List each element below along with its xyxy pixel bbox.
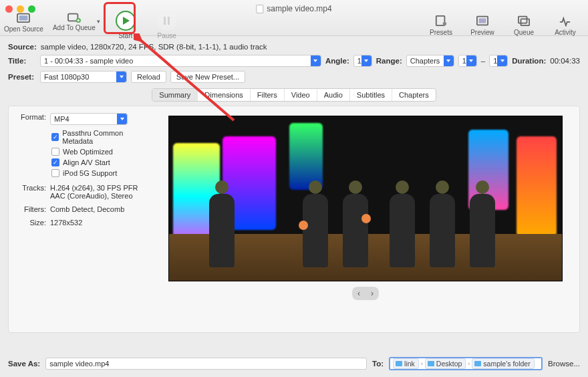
checkbox-icon <box>51 158 59 166</box>
tracks-value-2: AAC (CoreAudio), Stereo <box>50 192 138 200</box>
browse-button[interactable]: Browse... <box>548 360 580 368</box>
path-crumb[interactable]: link <box>393 358 419 369</box>
titlebar: sample video.mp4 Open Source Add To Queu… <box>0 0 588 36</box>
size-value: 1278x532 <box>50 219 82 227</box>
activity-label: Activity <box>555 29 576 36</box>
preview-next-button[interactable]: › <box>371 289 374 298</box>
format-select[interactable]: MP4 <box>50 113 128 125</box>
open-source-button[interactable]: Open Source <box>4 11 43 33</box>
chk-ipod[interactable]: iPod 5G Support <box>51 169 149 177</box>
duration-label: Duration: <box>512 57 546 65</box>
tracks-label: Tracks: <box>15 184 46 192</box>
add-to-queue-button[interactable]: Add To Queue ▾ <box>53 11 100 31</box>
folder-icon <box>474 361 481 366</box>
pause-icon <box>157 11 177 31</box>
minimize-window-button[interactable] <box>17 5 24 13</box>
tab-strip: Summary Dimensions Filters Video Audio S… <box>152 88 436 102</box>
tab-summary[interactable]: Summary <box>152 89 198 101</box>
range-label: Range: <box>376 57 402 65</box>
tab-filters[interactable]: Filters <box>251 89 285 101</box>
saveas-input[interactable]: sample video.mp4 <box>45 358 367 370</box>
range-type-select[interactable]: Chapters <box>406 55 454 67</box>
range-from-select[interactable]: 1 <box>458 55 477 67</box>
window-title-text: sample video.mp4 <box>267 4 331 13</box>
play-icon <box>116 11 136 31</box>
saveas-label: Save As: <box>8 360 40 368</box>
svg-rect-1 <box>19 15 28 20</box>
preview-nav: ‹ › <box>352 287 379 300</box>
to-label: To: <box>372 360 384 368</box>
svg-rect-8 <box>519 17 527 23</box>
angle-label: Angle: <box>325 57 349 65</box>
preview-prev-button[interactable]: ‹ <box>357 289 360 298</box>
chevron-right-icon: › <box>421 360 423 367</box>
pause-button[interactable]: Pause <box>151 11 183 39</box>
presets-label: Presets <box>430 29 452 36</box>
chk-av[interactable]: Align A/V Start <box>51 158 149 166</box>
start-button[interactable]: Start <box>110 11 142 39</box>
range-to-select[interactable]: 1 <box>489 55 508 67</box>
folder-icon <box>396 361 402 366</box>
format-label: Format: <box>15 113 46 121</box>
close-window-button[interactable] <box>5 5 13 13</box>
preview-thumbnail <box>168 116 563 281</box>
source-label: Source: <box>8 43 37 51</box>
size-label: Size: <box>15 219 46 227</box>
angle-select[interactable]: 1 <box>353 55 372 67</box>
svg-rect-9 <box>521 19 530 25</box>
tracks-value-1: H.264 (x264), 30 FPS PFR <box>50 184 138 192</box>
checkbox-icon <box>51 133 59 141</box>
title-label: Title: <box>8 57 36 65</box>
preview-label: Preview <box>470 29 494 36</box>
checkbox-icon <box>51 148 59 156</box>
preset-label: Preset: <box>8 73 36 81</box>
tab-chapters[interactable]: Chapters <box>392 89 436 101</box>
open-source-label: Open Source <box>4 25 43 33</box>
preset-select[interactable]: Fast 1080p30 <box>40 71 127 83</box>
folder-icon <box>428 361 434 366</box>
activity-button[interactable]: Activity <box>549 14 581 36</box>
destination-path[interactable]: link › Desktop › sample's folder <box>389 357 543 370</box>
filters-value: Comb Detect, Decomb <box>50 205 124 213</box>
queue-button[interactable]: Queue <box>508 14 540 36</box>
maximize-window-button[interactable] <box>28 5 35 13</box>
title-select[interactable]: 1 - 00:04:33 - sample video <box>40 55 321 67</box>
queue-label: Queue <box>514 29 534 36</box>
pause-label: Pause <box>158 32 176 39</box>
preview-button[interactable]: Preview <box>466 14 498 36</box>
path-crumb[interactable]: Desktop <box>425 358 466 369</box>
chevron-down-icon[interactable]: ▾ <box>97 18 100 25</box>
tab-dimensions[interactable]: Dimensions <box>198 89 250 101</box>
chk-web[interactable]: Web Optimized <box>51 148 149 156</box>
filters-label: Filters: <box>15 205 46 213</box>
add-queue-label: Add To Queue <box>53 24 96 31</box>
tab-audio[interactable]: Audio <box>317 89 350 101</box>
traffic-lights <box>5 5 35 13</box>
presets-button[interactable]: Presets <box>425 14 457 36</box>
chevron-right-icon: › <box>468 360 470 367</box>
path-crumb[interactable]: sample's folder <box>472 358 534 369</box>
svg-point-5 <box>443 22 446 25</box>
svg-rect-7 <box>479 18 486 23</box>
summary-panel: Format: MP4 Passthru Common Metadata Web… <box>8 106 580 333</box>
tab-subtitles[interactable]: Subtitles <box>350 89 392 101</box>
checkbox-icon <box>51 169 59 177</box>
start-label: Start <box>118 32 132 39</box>
save-preset-button[interactable]: Save New Preset... <box>170 71 245 83</box>
document-icon <box>256 5 263 13</box>
source-value: sample video, 1280x720, 24 FPS, SDR (8-b… <box>41 43 267 51</box>
duration-value: 00:04:33 <box>550 57 580 65</box>
tab-video[interactable]: Video <box>285 89 317 101</box>
title-value: 1 - 00:04:33 - sample video <box>44 57 133 65</box>
reload-button[interactable]: Reload <box>131 71 166 83</box>
window-title: sample video.mp4 <box>256 4 331 13</box>
chk-metadata[interactable]: Passthru Common Metadata <box>51 129 149 145</box>
